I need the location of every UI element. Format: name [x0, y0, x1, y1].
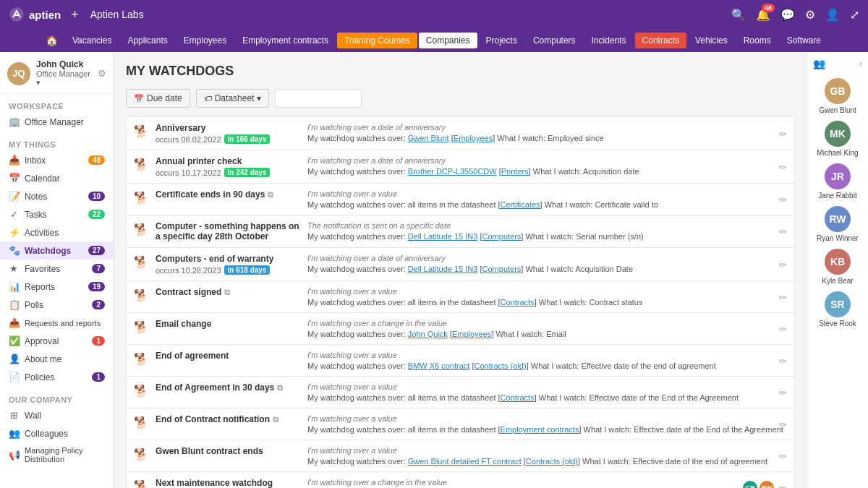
watchdog-link[interactable]: Employees [454, 134, 493, 142]
watchdog-item-link[interactable]: Dell Latitude 15 IN3 [408, 265, 478, 273]
watchdog-edit-icon[interactable]: ✏ [779, 259, 787, 270]
nav-tab-applicants[interactable]: Applicants [120, 33, 174, 48]
search-icon[interactable]: 🔍 [731, 8, 746, 22]
watchdog-link[interactable]: Computers [482, 232, 522, 241]
watchdog-item-link[interactable]: Gwen Blunt [408, 134, 449, 142]
user-profile[interactable]: JQ John Quick Office Manager ▾ ⚙ [0, 52, 114, 94]
nav-tab-computers[interactable]: Computers [526, 33, 583, 48]
watchdog-item-link[interactable]: Certificates [501, 200, 540, 209]
right-panel-person[interactable]: SR Steve Rook [817, 288, 859, 331]
watchdog-edit-icon[interactable]: ✏ [779, 291, 787, 302]
copy-icon[interactable]: ⧉ [273, 415, 278, 424]
sidebar-item-notes[interactable]: 📝 Notes 10 [0, 187, 114, 205]
due-date-button[interactable]: 📅 Due date [126, 89, 190, 108]
watchdog-item-link[interactable]: Gwen Blunt detailed FT contract [408, 457, 522, 466]
watchdog-row: 🐕 Next maintenance watchdog I'm watching… [126, 471, 795, 488]
watchdog-edit-icon[interactable]: ✏ [779, 387, 787, 398]
watchdog-item-link[interactable]: Employment contracts [501, 425, 579, 434]
watchdog-name: Anniversary [156, 123, 300, 133]
watchdog-link[interactable]: Certificates [501, 200, 540, 209]
watchdog-edit-icon[interactable]: ✏ [779, 161, 787, 172]
sidebar-item-colleagues[interactable]: 👥 Colleagues [0, 424, 114, 442]
nav-tab-rooms[interactable]: Rooms [736, 33, 778, 48]
copy-icon[interactable]: ⧉ [277, 383, 283, 393]
watchdog-link[interactable]: Employment contracts [501, 425, 579, 434]
nav-tab-vacancies[interactable]: Vacancies [65, 33, 119, 48]
home-tab[interactable]: 🏠 [40, 32, 64, 49]
watchdog-edit-icon[interactable]: ✏ [779, 482, 787, 488]
sidebar-item-about-me[interactable]: 👤 About me [0, 350, 114, 368]
expand-icon[interactable]: ⤢ [850, 8, 859, 22]
sidebar-item-inbox[interactable]: 📥 Inbox 48 [0, 151, 114, 169]
copy-icon[interactable]: ⧉ [224, 288, 230, 297]
people-icon[interactable]: 👥 [813, 58, 825, 69]
sidebar-item-office-manager[interactable]: 🏢 Office Manager [0, 113, 114, 131]
watchdog-edit-icon[interactable]: ✏ [779, 226, 787, 237]
right-panel-person[interactable]: RW Ryan Winner [817, 203, 859, 246]
watchdog-dog-icon: 🐕 [134, 320, 148, 334]
user-switch-icon[interactable]: 👤 [825, 8, 840, 22]
watchdog-edit-icon[interactable]: ✏ [779, 323, 787, 334]
polls-label: Polls [25, 300, 43, 310]
right-panel-person[interactable]: KB Kyle Bear [817, 246, 859, 288]
watchdog-link[interactable]: Contracts [501, 298, 535, 307]
datasheet-label: Datasheet [215, 93, 255, 103]
watchdog-left: Certificate ends in 90 days ⧉ [156, 189, 300, 200]
sidebar-item-approval[interactable]: ✅ Approval 1 [0, 332, 114, 350]
watchdog-item-link[interactable]: BMW X6 contract [408, 361, 470, 370]
watchdog-edit-icon[interactable]: ✏ [779, 419, 787, 429]
nav-tab-companies[interactable]: Companies [419, 33, 477, 48]
sidebar-item-reports[interactable]: 📊 Reports 19 [0, 278, 114, 296]
nav-tab-training-courses[interactable]: Training Courses [337, 33, 417, 48]
sidebar-item-policies[interactable]: 📄 Policies 1 [0, 368, 114, 386]
watchdog-item-link[interactable]: Dell Latitude 15 IN3 [408, 232, 478, 241]
watchdog-link[interactable]: Employees [452, 330, 491, 338]
datasheet-button[interactable]: 🏷 Datasheet ▾ [196, 89, 270, 108]
right-panel-person[interactable]: JR Jane Rabbit [817, 160, 859, 203]
activities-label: Activities [25, 228, 59, 238]
sidebar-item-polls[interactable]: 📋 Polls 2 [0, 296, 114, 314]
policy-dist-label: Managing Policy Distribution [25, 446, 105, 463]
approval-label: Approval [25, 336, 59, 346]
right-panel-person[interactable]: GB Gwen Blunt [817, 75, 859, 118]
nav-tab-software[interactable]: Software [780, 33, 828, 48]
watchdog-item-link[interactable]: Contracts [501, 393, 535, 402]
panel-collapse-icon[interactable]: › [859, 59, 862, 69]
notifications-icon[interactable]: 🔔48 [756, 8, 770, 22]
sidebar-item-managing-policy[interactable]: 📢 Managing Policy Distribution [0, 442, 114, 467]
watchdog-edit-icon[interactable]: ✏ [779, 450, 787, 461]
sidebar-item-watchdogs[interactable]: 🐾 Watchdogs 27 [0, 241, 114, 260]
search-input[interactable] [275, 89, 362, 108]
user-settings-icon[interactable]: ⚙ [98, 68, 106, 79]
watchdog-link[interactable]: Contracts (old) [475, 361, 527, 370]
nav-tab-contracts[interactable]: Contracts [635, 33, 686, 48]
copy-icon[interactable]: ⧉ [268, 190, 273, 200]
nav-tab-vehicles[interactable]: Vehicles [688, 33, 735, 48]
nav-tab-employees[interactable]: Employees [176, 33, 234, 48]
notification-badge: 48 [762, 4, 775, 12]
nav-tab-incidents[interactable]: Incidents [584, 33, 634, 48]
sidebar-item-calendar[interactable]: 📅 Calendar [0, 169, 114, 187]
chat-icon[interactable]: 💬 [780, 8, 795, 22]
sidebar-item-requests[interactable]: 📤 Requests and reports [0, 314, 114, 332]
add-button[interactable]: + [71, 7, 79, 22]
sidebar-item-favorites[interactable]: ★ Favorites 7 [0, 260, 114, 278]
watchdog-edit-icon[interactable]: ✏ [779, 355, 787, 366]
watchdog-link[interactable]: Computers [482, 265, 522, 273]
nav-tab-employment-contracts[interactable]: Employment contracts [235, 33, 336, 48]
nav-tab-projects[interactable]: Projects [479, 33, 524, 48]
settings-icon[interactable]: ⚙ [805, 8, 815, 22]
sidebar-item-wall[interactable]: ⊞ Wall [0, 406, 114, 424]
watchdog-item-link[interactable]: Contracts [501, 298, 535, 307]
watchdog-edit-icon[interactable]: ✏ [779, 128, 787, 139]
watchdog-link[interactable]: Contracts (old) [526, 457, 578, 466]
watchdog-item-link[interactable]: Brother DCP-L3550CDW [408, 167, 497, 176]
watchdog-edit-icon[interactable]: ✏ [779, 194, 787, 205]
favorites-badge: 7 [92, 264, 105, 273]
sidebar-item-activities[interactable]: ⚡ Activities [0, 223, 114, 241]
sidebar-item-tasks[interactable]: ✓ Tasks 22 [0, 205, 114, 223]
watchdog-link[interactable]: Printers [501, 167, 529, 176]
watchdog-item-link[interactable]: John Quick [408, 330, 448, 338]
right-panel-person[interactable]: MK Michael King [817, 118, 859, 160]
watchdog-link[interactable]: Contracts [501, 393, 535, 402]
